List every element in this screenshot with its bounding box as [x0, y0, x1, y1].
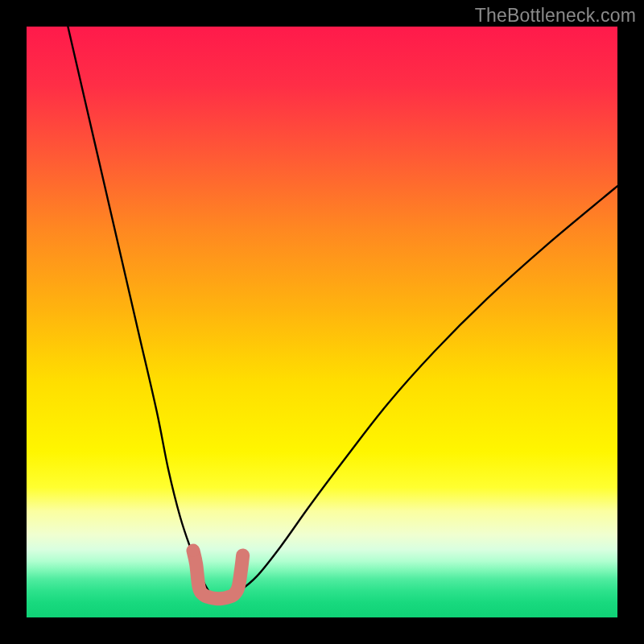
outer-frame: TheBottleneck.com [0, 0, 644, 644]
curve-layer [27, 27, 617, 617]
plot-area [27, 27, 617, 617]
overlay-band [193, 551, 243, 599]
bottleneck-curve [68, 27, 617, 597]
overlay-dot [187, 544, 200, 557]
watermark: TheBottleneck.com [475, 5, 636, 27]
